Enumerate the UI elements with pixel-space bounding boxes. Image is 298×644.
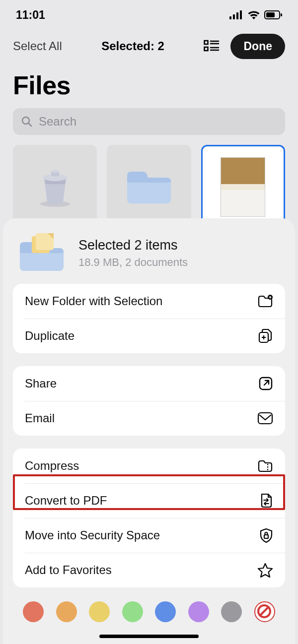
svg-rect-0 [229,16,231,19]
new-folder-with-selection-row[interactable]: New Folder with Selection [13,284,285,319]
file-tile-selected[interactable] [201,145,285,229]
color-tag-purple[interactable] [188,601,209,622]
row-label: Convert to PDF [25,494,107,508]
home-indicator[interactable] [99,635,199,638]
sheet-title: Selected 2 items [78,238,188,253]
sheet-header: Selected 2 items 18.9 MB, 2 documents [13,233,285,284]
sheet-subtitle: 18.9 MB, 2 documents [78,256,188,269]
svg-point-18 [51,170,59,173]
file-grid [0,135,298,229]
duplicate-icon [257,328,273,344]
row-label: Add to Favorites [25,563,112,577]
svg-rect-7 [205,41,208,44]
share-row[interactable]: Share [13,366,285,401]
done-button[interactable]: Done [230,34,285,59]
row-label: Email [25,411,55,425]
duplicate-row[interactable]: Duplicate [13,319,285,353]
status-time: 11:01 [16,8,45,22]
page-title: Files [0,61,298,108]
svg-rect-6 [281,13,282,16]
search-placeholder: Search [39,115,76,129]
action-group: Share Email [13,366,285,436]
action-group: Compress Convert to PDF Move into Securi… [13,449,285,587]
color-tag-none[interactable] [254,601,275,622]
color-tag-row [13,600,285,622]
color-tag-blue[interactable] [155,601,176,622]
svg-rect-5 [266,12,275,17]
svg-line-14 [29,124,32,127]
cellular-icon [229,10,243,19]
battery-icon [264,10,282,19]
row-label: Move into Security Space [25,528,160,542]
pdf-convert-icon [259,493,273,509]
selection-count: Selected: 2 [101,39,164,53]
svg-rect-1 [233,14,235,19]
view-mode-toggle[interactable] [204,40,220,53]
action-group: New Folder with Selection Duplicate [13,284,285,353]
trash-tile[interactable] [13,145,97,229]
folder-tile[interactable] [107,145,191,229]
zip-icon [257,459,273,473]
status-bar: 11:01 [0,0,298,30]
convert-to-pdf-row[interactable]: Convert to PDF [13,483,285,518]
svg-rect-2 [236,12,238,19]
trash-icon [37,166,73,208]
envelope-icon [257,412,273,425]
add-to-favorites-row[interactable]: Add to Favorites [13,553,285,587]
svg-rect-28 [258,413,272,424]
new-folder-icon [257,294,273,308]
search-icon [21,116,33,128]
email-row[interactable]: Email [13,401,285,436]
selection-toolbar: Select All Selected: 2 Done [0,32,298,61]
svg-rect-30 [264,535,268,538]
select-all-button[interactable]: Select All [13,39,62,53]
color-tag-red[interactable] [23,601,44,622]
color-tag-gray[interactable] [221,601,242,622]
share-icon [258,376,273,391]
svg-rect-10 [205,47,208,51]
move-security-space-row[interactable]: Move into Security Space [13,518,285,553]
action-sheet: Selected 2 items 18.9 MB, 2 documents Ne… [3,218,295,644]
color-tag-orange[interactable] [56,601,77,622]
folder-icon [124,168,174,206]
shield-lock-icon [259,527,273,543]
star-icon [257,563,273,578]
svg-line-32 [260,607,269,616]
compress-row[interactable]: Compress [13,449,285,483]
color-tag-yellow[interactable] [89,601,110,622]
row-label: Compress [25,459,79,473]
row-label: New Folder with Selection [25,294,162,308]
search-input[interactable]: Search [13,108,285,135]
row-label: Duplicate [25,329,74,343]
file-thumbnail [221,157,265,217]
color-tag-green[interactable] [122,601,143,622]
row-label: Share [25,377,57,390]
wifi-icon [247,10,260,20]
selection-folder-icon [17,233,67,273]
svg-rect-3 [240,10,242,19]
